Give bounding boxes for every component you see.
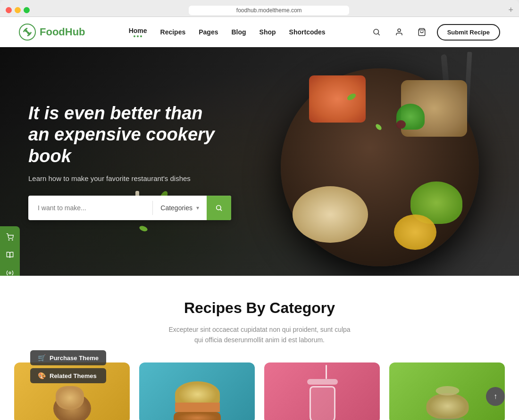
nav-item-recipes[interactable]: Recipes [160, 28, 186, 36]
main-nav: Home Recipes Pages Blog Shop Shortcodes [129, 27, 326, 37]
svg-point-1 [374, 29, 379, 34]
traffic-lights [6, 7, 30, 13]
magnifier-icon [215, 204, 223, 212]
recipes-section-title: Recipes By Category [19, 299, 500, 317]
svg-point-4 [217, 206, 221, 210]
svg-point-7 [9, 272, 11, 274]
purchase-icon: 🛒 [38, 354, 46, 362]
svg-point-6 [12, 239, 13, 240]
cart-icon-button[interactable] [414, 25, 429, 40]
close-button[interactable] [6, 7, 12, 13]
new-tab-button[interactable]: + [508, 5, 513, 15]
categories-dropdown[interactable]: Categories ▾ [153, 204, 207, 212]
svg-point-5 [8, 239, 9, 240]
nav-dots-home [134, 35, 142, 37]
submit-recipe-button[interactable]: Submit Recipe [437, 24, 500, 41]
recipes-section-subtitle: Excepteur sint occaecat cupidatat non qu… [165, 324, 354, 346]
dropdown-arrow-icon: ▾ [196, 205, 199, 211]
scroll-to-top-button[interactable]: ↑ [486, 387, 505, 406]
food-bowl [281, 68, 479, 266]
search-submit-button[interactable] [207, 196, 231, 220]
nav-item-home[interactable]: Home [129, 27, 147, 37]
nav-item-shop[interactable]: Shop [260, 28, 276, 36]
food-chicken [293, 186, 368, 243]
minimize-button[interactable] [15, 7, 21, 13]
site-header: FoodHub Home Recipes Pages Blog Shop Sho… [0, 17, 519, 47]
maximize-button[interactable] [24, 7, 30, 13]
sidebar-book-icon[interactable] [2, 247, 18, 263]
user-icon-button[interactable] [392, 25, 407, 40]
hero-title: It is even better thanan expensive cooke… [28, 103, 245, 167]
logo-food: Food [40, 26, 65, 38]
bottom-overlay-buttons: 🛒 Purchase Theme 🎨 Related Themes [30, 350, 106, 383]
search-icon-button[interactable] [369, 25, 384, 40]
logo-icon [19, 24, 36, 41]
recipes-section: Recipes By Category Excepteur sint occae… [0, 276, 519, 420]
sidebar-settings-icon[interactable] [2, 265, 18, 276]
nav-icons: Submit Recipe [369, 24, 500, 41]
category-card-drinks[interactable] [264, 362, 380, 420]
nav-item-pages[interactable]: Pages [199, 28, 218, 36]
pasta-illustration [49, 381, 96, 420]
logo[interactable]: FoodHub [19, 24, 85, 41]
hero-section: It is even better thanan expensive cooke… [0, 47, 519, 276]
food-carrots [309, 75, 366, 123]
burger-illustration [171, 381, 223, 420]
website-container: FoodHub Home Recipes Pages Blog Shop Sho… [0, 17, 519, 420]
address-input[interactable] [189, 6, 349, 15]
related-themes-button[interactable]: 🎨 Related Themes [30, 368, 106, 383]
logo-hub: Hub [65, 26, 85, 38]
bowl-illustration [422, 384, 472, 420]
drink-illustration [306, 377, 339, 420]
nav-item-shortcodes[interactable]: Shortcodes [289, 28, 326, 36]
food-pineapple [394, 214, 436, 250]
search-input[interactable] [28, 204, 152, 212]
hero-subtitle: Learn how to make your favorite restaura… [28, 174, 245, 182]
hero-content: It is even better thanan expensive cooke… [28, 103, 245, 221]
food-bowl-area [255, 47, 500, 276]
food-cranberry [396, 120, 406, 129]
category-card-burgers[interactable] [139, 362, 255, 420]
nav-item-blog[interactable]: Blog [231, 28, 246, 36]
sidebar-cart-icon[interactable] [2, 229, 18, 245]
purchase-theme-button[interactable]: 🛒 Purchase Theme [30, 350, 106, 365]
address-bar [34, 6, 503, 15]
left-sidebar [0, 226, 20, 276]
search-bar: Categories ▾ [28, 196, 231, 220]
svg-point-2 [398, 29, 401, 32]
related-icon: 🎨 [38, 372, 46, 379]
browser-chrome: + [0, 0, 519, 17]
logo-text: FoodHub [40, 26, 85, 38]
